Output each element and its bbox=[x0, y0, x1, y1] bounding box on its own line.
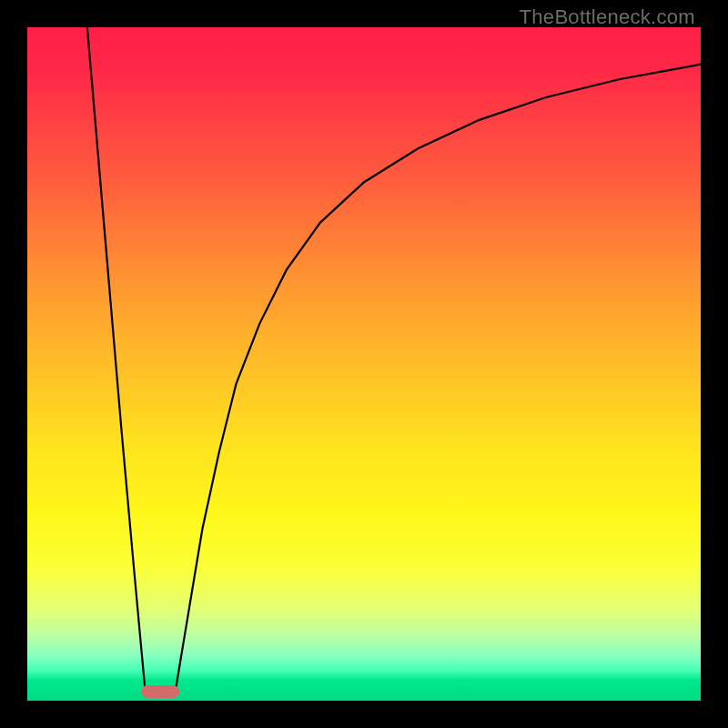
plot-area bbox=[27, 27, 701, 701]
curve-right-branch bbox=[176, 65, 701, 691]
optimal-point-marker bbox=[141, 685, 179, 698]
curve-layer bbox=[27, 27, 701, 701]
chart-frame: TheBottleneck.com bbox=[0, 0, 728, 728]
curve-left-branch bbox=[87, 27, 146, 691]
watermark-label: TheBottleneck.com bbox=[520, 5, 695, 29]
